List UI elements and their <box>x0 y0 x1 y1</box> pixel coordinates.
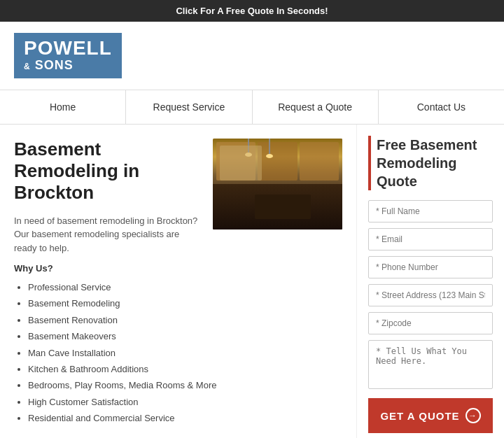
list-item: Kitchen & Bathroom Additions <box>28 361 342 377</box>
full-name-input[interactable] <box>368 200 493 222</box>
nav-request-quote[interactable]: Request a Quote <box>253 90 379 124</box>
list-item: Basement Remodeling <box>28 295 342 311</box>
get-quote-label: GET A QUOTE <box>380 410 459 422</box>
banner-text: Click For A Free Quote In Seconds! <box>176 6 328 16</box>
navigation: Home Request Service Request a Quote Con… <box>0 90 504 125</box>
logo-sons-text: SONS <box>35 58 74 72</box>
left-content: Basement Remodeling in Brockton In need … <box>0 125 357 438</box>
nav-request-service[interactable]: Request Service <box>126 90 252 124</box>
zipcode-input[interactable] <box>368 312 493 334</box>
form-title: Free Basement Remodeling Quote <box>368 136 493 190</box>
nav-home[interactable]: Home <box>0 90 126 124</box>
get-quote-button[interactable]: GET A QUOTE → <box>368 398 493 433</box>
logo[interactable]: POWELL & SONS <box>14 33 122 78</box>
list-item: Residential and Commercial Service <box>28 410 342 426</box>
logo-sons: & SONS <box>24 58 112 73</box>
right-sidebar: Free Basement Remodeling Quote GET A QUO… <box>357 125 504 438</box>
list-item: Man Cave Installation <box>28 345 342 361</box>
why-us-list: Professional Service Basement Remodeling… <box>14 279 342 427</box>
needs-textarea[interactable] <box>368 340 493 389</box>
header: POWELL & SONS <box>0 22 504 90</box>
list-item: High Customer Satisfaction <box>28 394 342 410</box>
list-item: Bedrooms, Play Rooms, Media Rooms & More <box>28 377 342 393</box>
why-us-title: Why Us? <box>14 263 342 274</box>
arrow-icon: → <box>465 408 481 423</box>
nav-contact-us[interactable]: Contact Us <box>379 90 504 124</box>
list-item: Basement Renovation <box>28 312 342 328</box>
main-content: Basement Remodeling in Brockton In need … <box>0 125 504 438</box>
top-banner[interactable]: Click For A Free Quote In Seconds! <box>0 0 504 22</box>
basement-image <box>213 139 342 229</box>
list-item: Basement Makeovers <box>28 328 342 344</box>
list-item: Professional Service <box>28 279 342 295</box>
address-input[interactable] <box>368 284 493 306</box>
phone-input[interactable] <box>368 256 493 278</box>
email-input[interactable] <box>368 228 493 250</box>
logo-ampersand: & <box>24 62 31 71</box>
logo-powell: POWELL <box>24 38 112 58</box>
